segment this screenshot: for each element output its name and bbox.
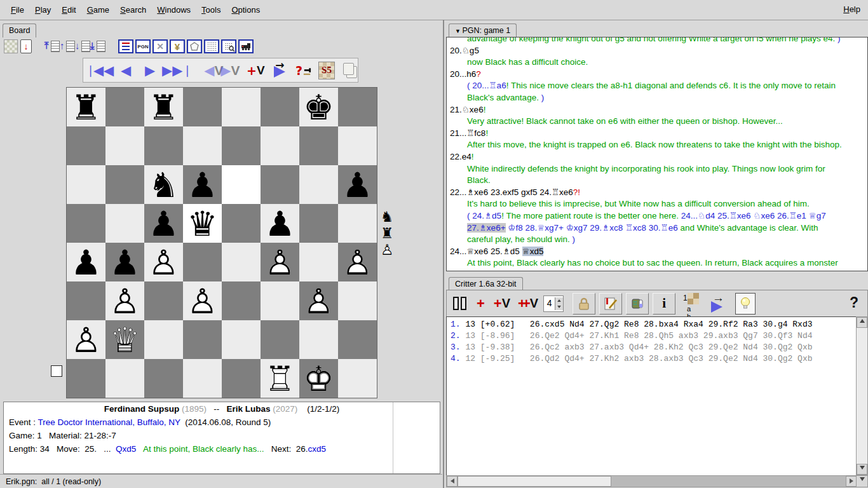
square-c2[interactable] bbox=[144, 320, 183, 359]
square-c3[interactable] bbox=[144, 281, 183, 320]
menu-help[interactable]: Help bbox=[843, 4, 860, 14]
copy-board-button[interactable] bbox=[341, 61, 358, 80]
square-f2[interactable] bbox=[261, 320, 299, 359]
pgn-move-line[interactable]: 24...♕xe6 25.♗d5 ♕xd5 bbox=[447, 246, 867, 258]
square-a8[interactable]: ♜ bbox=[67, 88, 105, 126]
pgn-comment-line[interactable]: 27.♗xe6+ ♔f8 28.♕xg7+ ♔xg7 29.♗xc8 ♖xc8 … bbox=[447, 222, 867, 234]
analysis-engine-icon[interactable] bbox=[238, 39, 254, 53]
engine-line[interactable]: 3. 13 [-9.38] 26.Qc2 axb3 27.axb3 Qd4+ 2… bbox=[447, 342, 867, 353]
black-piece[interactable]: ♞ bbox=[144, 165, 183, 204]
pgn-move-line[interactable]: 22.e4! bbox=[447, 151, 867, 163]
material-window-icon[interactable] bbox=[187, 39, 202, 53]
square-g1[interactable]: ♚♔ bbox=[299, 359, 338, 398]
square-h6[interactable]: ♟ bbox=[338, 165, 377, 204]
spin-up-icon[interactable] bbox=[555, 297, 563, 304]
square-g7[interactable] bbox=[299, 126, 338, 165]
square-c6[interactable]: ♞ bbox=[144, 165, 183, 204]
next-game-icon[interactable]: ↓ bbox=[76, 39, 90, 53]
square-g5[interactable] bbox=[299, 204, 338, 243]
add-all-variations-button[interactable]: ++V bbox=[518, 294, 538, 314]
black-piece[interactable]: ♛ bbox=[183, 204, 222, 243]
chess-board[interactable]: ♜♜♚♞♟♟♟♛♟♟♟♟♙♟♙♟♙♟♙♟♙♟♙♟♙♛♕♜♖♚♔ bbox=[66, 87, 377, 398]
square-e3[interactable] bbox=[222, 281, 261, 320]
pgn-comment-line[interactable]: ( 24.♗d5! The more patient route is the … bbox=[447, 210, 867, 222]
square-f5[interactable]: ♟ bbox=[261, 204, 299, 243]
square-c1[interactable] bbox=[144, 359, 183, 398]
crosstable-icon[interactable] bbox=[204, 39, 219, 53]
help-button[interactable]: ? bbox=[850, 294, 858, 311]
scid-logo-button[interactable]: S5 bbox=[318, 61, 335, 80]
square-d6[interactable]: ♟ bbox=[183, 165, 222, 204]
pgn-text[interactable]: advantage of keeping the knight out of g… bbox=[446, 37, 868, 271]
square-f8[interactable] bbox=[261, 88, 299, 126]
pgn-comment-line[interactable]: After this move, the knight is trapped o… bbox=[447, 139, 867, 151]
pgn-comment-line[interactable]: ( 20...♖a6! This nice move clears the a8… bbox=[447, 80, 867, 92]
pgn-move-line[interactable]: 22...♗xe6 23.exf5 gxf5 24.♖xe6?! bbox=[447, 187, 867, 199]
board-icon[interactable] bbox=[4, 39, 18, 53]
go-end-button[interactable]: ▶▶❘ bbox=[165, 61, 187, 80]
save-icon[interactable]: ↓ bbox=[19, 39, 33, 53]
square-g4[interactable] bbox=[299, 243, 338, 281]
square-d8[interactable] bbox=[183, 88, 222, 126]
square-g6[interactable] bbox=[299, 165, 338, 204]
autoplay-button[interactable]: → bbox=[271, 61, 289, 80]
engine-config-button[interactable] bbox=[626, 293, 649, 315]
square-e5[interactable] bbox=[222, 204, 261, 243]
make-move-button[interactable]: → bbox=[709, 294, 730, 314]
black-piece[interactable]: ♟ bbox=[183, 165, 222, 204]
spin-down-icon[interactable] bbox=[555, 304, 563, 310]
go-start-button[interactable]: ❘◀◀ bbox=[88, 61, 111, 80]
white-piece[interactable]: ♟♙ bbox=[105, 281, 144, 320]
scroll-left-icon[interactable] bbox=[447, 476, 458, 487]
pgn-comment-line[interactable]: At this point, Black clearly has no choi… bbox=[447, 257, 867, 269]
add-variation-button[interactable]: +V bbox=[247, 61, 264, 80]
pgn-comment-line[interactable]: now Black has a difficult choice. bbox=[447, 57, 867, 69]
pgn-comment-line[interactable]: advantage of keeping the knight out of g… bbox=[447, 37, 867, 45]
scroll-right-icon[interactable] bbox=[846, 476, 857, 487]
finder-icon[interactable] bbox=[221, 39, 236, 53]
finish-game-button[interactable]: 1 a b bbox=[682, 293, 703, 315]
info-button[interactable]: i bbox=[653, 293, 675, 315]
menu-item-options[interactable]: Options bbox=[231, 5, 260, 15]
white-piece[interactable]: ♜♖ bbox=[261, 359, 299, 398]
tab-pgn[interactable]: ▼ PGN: game 1 bbox=[449, 24, 517, 37]
square-b8[interactable] bbox=[105, 88, 144, 126]
square-d7[interactable] bbox=[183, 126, 222, 165]
square-a5[interactable] bbox=[67, 204, 105, 243]
square-h5[interactable] bbox=[338, 204, 377, 243]
square-a6[interactable] bbox=[67, 165, 105, 204]
square-b1[interactable] bbox=[105, 359, 144, 398]
menu-item-edit[interactable]: Edit bbox=[62, 5, 76, 15]
white-piece[interactable]: ♟♙ bbox=[261, 243, 299, 281]
square-f3[interactable] bbox=[261, 281, 299, 320]
white-piece[interactable]: ♟♙ bbox=[144, 243, 183, 281]
black-piece[interactable]: ♜ bbox=[67, 88, 105, 126]
square-a7[interactable] bbox=[67, 126, 105, 165]
square-e1[interactable] bbox=[222, 359, 261, 398]
white-piece[interactable]: ♟♙ bbox=[338, 243, 377, 281]
square-a3[interactable] bbox=[67, 281, 105, 320]
pane-splitter[interactable] bbox=[443, 20, 444, 488]
engine-vscrollbar[interactable] bbox=[856, 316, 868, 475]
white-piece[interactable]: ♟♙ bbox=[67, 320, 105, 359]
next-variation-button[interactable]: ▶V bbox=[222, 61, 238, 80]
black-piece[interactable]: ♜ bbox=[144, 88, 183, 126]
square-f1[interactable]: ♜♖ bbox=[261, 359, 299, 398]
engine-line[interactable]: 1. 13 [+0.62] 26.cxd5 Nd4 27.Qg2 Re8 28.… bbox=[447, 319, 867, 330]
engine-line[interactable]: 2. 13 [-8.96] 26.Qe2 Qd4+ 27.Kh1 Re8 28.… bbox=[447, 330, 867, 342]
engine-line[interactable]: 4. 12 [-9.25] 26.Qd2 Qd4+ 27.Kh2 axb3 28… bbox=[447, 353, 867, 365]
square-f4[interactable]: ♟♙ bbox=[261, 243, 299, 281]
square-e2[interactable] bbox=[222, 320, 261, 359]
gamelist-icon[interactable] bbox=[118, 39, 133, 53]
square-a4[interactable]: ♟ bbox=[67, 243, 105, 281]
square-c5[interactable]: ♟ bbox=[144, 204, 183, 243]
square-g3[interactable]: ♟♙ bbox=[299, 281, 338, 320]
engine-hscrollbar[interactable] bbox=[446, 475, 857, 487]
square-b7[interactable] bbox=[105, 126, 144, 165]
menu-item-windows[interactable]: Windows bbox=[157, 5, 191, 15]
first-game-icon[interactable]: ⤒ bbox=[46, 39, 60, 53]
scroll-up-icon[interactable] bbox=[857, 317, 867, 328]
hint-button[interactable] bbox=[735, 293, 756, 315]
square-h4[interactable]: ♟♙ bbox=[338, 243, 377, 281]
black-piece[interactable]: ♟ bbox=[338, 165, 377, 204]
